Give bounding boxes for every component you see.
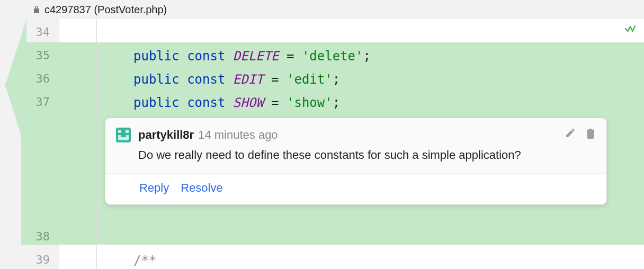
code-line: public const SHOW = 'show'; <box>133 95 340 110</box>
resolve-button[interactable]: Resolve <box>181 181 222 195</box>
line-number: 35 <box>36 49 50 62</box>
inspection-ok-icon[interactable] <box>624 22 637 35</box>
comment-author: partykill8r <box>138 127 194 144</box>
trash-icon[interactable] <box>585 128 596 139</box>
svg-rect-1 <box>118 130 121 133</box>
comment-actions: Reply Resolve <box>105 174 606 204</box>
code-line: /** <box>133 253 156 268</box>
gutter-divider <box>96 19 97 269</box>
line-number: 36 <box>36 72 50 85</box>
comment-timestamp: 14 minutes ago <box>198 127 278 144</box>
code-editor: 34 35 36 37 38 39 public const DELETE = … <box>0 19 644 269</box>
comment-message: Do we really need to define these consta… <box>138 147 558 164</box>
line-number: 38 <box>36 230 50 243</box>
comment-anchor-marker <box>0 19 26 151</box>
review-comment-card: partykill8r 14 minutes ago Do we really … <box>105 118 607 205</box>
edit-icon[interactable] <box>565 128 576 139</box>
editor-tab[interactable]: c4297837 (PostVoter.php) <box>0 0 644 19</box>
line-number: 39 <box>36 253 50 266</box>
comment-body: partykill8r 14 minutes ago Do we really … <box>105 118 606 174</box>
svg-rect-2 <box>126 130 129 133</box>
lock-icon <box>33 5 40 14</box>
avatar <box>116 128 131 142</box>
reply-button[interactable]: Reply <box>139 181 169 195</box>
line-number: 37 <box>36 95 50 109</box>
line-number: 34 <box>36 25 50 39</box>
code-area[interactable]: public const DELETE = 'delete'; public c… <box>59 19 644 269</box>
code-line: public const EDIT = 'edit'; <box>133 72 340 87</box>
code-line: public const DELETE = 'delete'; <box>133 49 371 64</box>
svg-rect-4 <box>121 135 126 137</box>
tab-filename: c4297837 (PostVoter.php) <box>44 4 167 16</box>
